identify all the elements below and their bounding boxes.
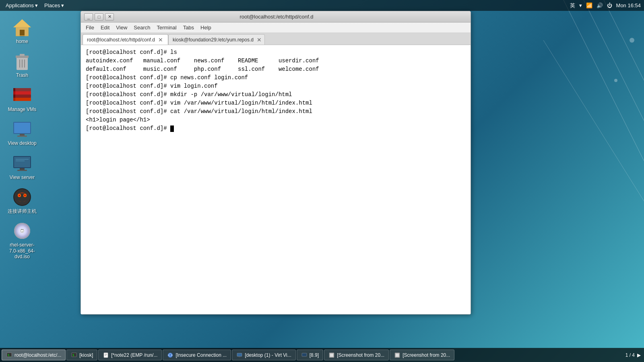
window-minimize-button[interactable]: _ [84,13,93,21]
taskbar-item-terminal-label: root@localhost:/etc/... [14,352,61,358]
home-icon-label: home [16,39,28,44]
svg-rect-31 [14,157,30,167]
svg-rect-23 [13,88,15,91]
top-bar: Applications ▾ Places ▾ 英 ▾ 📶 🔊 ⏻ Mon 16… [0,0,644,11]
svg-text:rhel: rhel [21,228,24,230]
screenshot1-taskbar-icon [328,352,335,358]
taskbar-item-browser[interactable]: [Insecure Connection ... [163,350,231,360]
taskbar-item-89[interactable]: [8.9] [297,350,323,360]
places-menu[interactable]: Places ▾ [42,2,66,9]
menu-edit[interactable]: Edit [97,24,113,31]
dvd-icon-label: rhel-server-7.0-x86_64-dvd.iso [8,242,37,259]
terminal-taskbar-icon: $_ [6,352,12,358]
desktop-icon-manage-vms[interactable]: Manage VMs [6,84,38,114]
terminal-line: [root@localhost conf.d]# vim login.conf [86,82,466,90]
svg-text:$: $ [72,354,74,357]
desktop-icon-dvd[interactable]: rhel 7.0 rhel-server-7.0-x86_64-dvd.iso [6,220,38,261]
svg-line-1 [604,0,644,80]
page-indicator: 1 / 4 [625,352,635,358]
terminal-window: _ □ ✕ root@localhost:/etc/httpd/conf.d F… [80,11,471,315]
menu-tabs[interactable]: Tabs [180,24,197,31]
tab-1-close[interactable]: ✕ [157,37,164,43]
svg-rect-24 [13,95,15,98]
applications-label: Applications [6,2,34,8]
lang-arrow: ▾ [579,2,582,8]
clock: Mon 16:54 [616,2,641,8]
taskbar-item-screenshot2[interactable]: [Screenshot from 20... [390,350,454,360]
taskbar-right: 1 / 4 ▶ [625,352,642,358]
view-server-label: View server [10,175,35,180]
taskbar-item-screenshot1-label: [Screenshot from 20... [337,352,384,358]
svg-point-4 [614,79,617,82]
trash-icon-label: Trash [16,72,28,78]
desktop-icon-view-server[interactable]: View server [6,152,38,182]
terminal-line: [root@localhost conf.d]# cat /var/www/vi… [86,107,466,116]
svg-line-5 [543,40,644,201]
svg-rect-62 [302,353,307,356]
menu-file[interactable]: File [83,24,97,31]
svg-marker-9 [13,19,31,27]
tab-1-label: root@localhost:/etc/httpd/conf.d [87,37,155,43]
places-label: Places [44,2,60,8]
window-titlebar: _ □ ✕ root@localhost:/etc/httpd/conf.d [81,11,471,23]
terminal-line: autoindex.conf manual.conf news.conf REA… [86,57,466,65]
desktop-icon-home[interactable]: home [6,16,38,46]
taskbar-item-note22[interactable]: [*note22 (EMP /run/... [98,350,162,360]
desktop-icon-connect-teacher[interactable]: 连接讲师主机 [6,186,38,216]
trash-icon [13,51,31,71]
window-controls: _ □ ✕ [84,13,114,21]
wifi-icon: 📶 [586,2,592,8]
applications-menu[interactable]: Applications ▾ [3,2,40,9]
svg-text:7.0: 7.0 [21,231,23,232]
svg-rect-14 [20,54,25,56]
taskbar-item-terminal[interactable]: $_ root@localhost:/etc/... [2,350,66,360]
taskbar-item-desktop-label: [desktop (1) - Virt Vi... [245,352,291,358]
window-maximize-button[interactable]: □ [95,13,103,21]
terminal-line: [root@localhost conf.d]# vim /var/www/vi… [86,99,466,107]
svg-rect-20 [13,95,31,98]
kiosk-taskbar-icon: $ [71,352,77,358]
dvd-icon: rhel 7.0 [12,221,32,241]
taskbar-item-note22-label: [*note22 (EMP /run/... [111,352,157,358]
lang-indicator[interactable]: 英 [570,2,575,9]
menu-search[interactable]: Search [130,24,153,31]
view-desktop-icon [12,121,32,137]
browser-taskbar-icon [167,352,173,358]
svg-rect-11 [20,30,25,35]
taskbar-item-kiosk[interactable]: $ [kiosk] [66,350,97,360]
svg-rect-21 [13,98,31,101]
svg-line-2 [564,0,644,161]
tab-2-close[interactable]: ✕ [256,37,262,43]
view-server-icon [12,155,32,171]
menu-help[interactable]: Help [197,24,215,31]
svg-point-37 [14,189,30,205]
desktop-icons: home Trash [6,16,38,261]
menu-terminal[interactable]: Terminal [154,24,180,31]
virt-taskbar-icon [236,352,243,358]
taskbar-item-desktop-virt[interactable]: [desktop (1) - Virt Vi... [232,350,296,360]
svg-rect-33 [17,170,27,171]
desktop-icon-view-desktop[interactable]: View desktop [6,118,38,148]
svg-rect-29 [17,136,27,137]
taskbar-item-screenshot1[interactable]: [Screenshot from 20... [324,350,389,360]
terminal-line: [root@localhost conf.d]# [86,124,466,133]
terminal-line: [root@localhost conf.d]# ls [86,48,466,57]
terminal-line: <h1>login page</h1> [86,116,466,124]
window-close-button[interactable]: ✕ [105,13,114,21]
note-taskbar-icon [103,352,109,358]
applications-arrow: ▾ [35,2,38,8]
menu-view[interactable]: View [113,24,130,31]
next-page-button[interactable]: ▶ [637,352,641,358]
svg-line-0 [584,0,644,121]
tab-1[interactable]: root@localhost:/etc/httpd/conf.d ✕ [83,34,168,45]
desktop-icon-trash[interactable]: Trash [6,50,38,80]
taskbar-item-kiosk-label: [kiosk] [79,352,93,358]
view-desktop-label: View desktop [8,140,36,146]
svg-point-40 [19,195,20,196]
virt2-taskbar-icon [301,352,308,358]
svg-point-3 [630,38,634,43]
window-title: root@localhost:/etc/httpd/conf.d [114,14,439,20]
tab-2[interactable]: kiosk@foundation29:/etc/yum.repos.d ✕ [168,34,265,45]
svg-rect-53 [104,353,108,358]
terminal-content[interactable]: [root@localhost conf.d]# lsautoindex.con… [81,45,471,314]
